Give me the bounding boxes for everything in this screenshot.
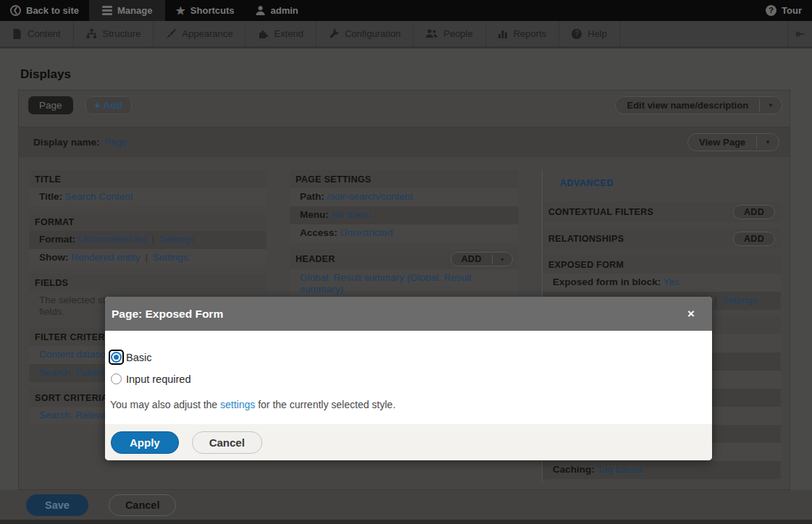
row-label: Caching: (553, 464, 595, 475)
form-actions-bar: Save Cancel (0, 490, 812, 520)
apply-button[interactable]: Apply (111, 431, 179, 454)
menu-label-content: Content (28, 28, 61, 39)
radio-option-input-required[interactable]: Input required (109, 371, 705, 386)
menu-label-configuration: Configuration (345, 28, 401, 39)
menu-item-reports[interactable]: Reports (486, 21, 560, 46)
back-to-site-label: Back to site (26, 5, 79, 16)
section-title-text: CONTEXTUAL FILTERS (548, 207, 653, 217)
section-page-settings: PAGE SETTINGS Path: /solr-search/content… (290, 170, 519, 242)
section-header-contextual-filters: CONTEXTUAL FILTERS Add (543, 202, 781, 222)
result-summary-link[interactable]: Global: Result summary (Global: Result s… (300, 272, 472, 295)
tour-button[interactable]: ? Tour (756, 0, 812, 21)
section-format: FORMAT Format: Unformatted list|Settings… (29, 213, 267, 267)
close-icon[interactable]: × (687, 308, 695, 320)
row-label: Show: (39, 252, 69, 263)
menu-item-content[interactable]: Content (0, 21, 74, 46)
title-link[interactable]: Search Content (65, 191, 133, 202)
note-text-after: for the currently selected style. (255, 399, 395, 410)
menu-item-configuration[interactable]: Configuration (317, 21, 414, 46)
radio-basic[interactable] (111, 352, 122, 363)
advanced-toggle[interactable]: Advanced (543, 170, 781, 195)
dialog-buttonpane: Apply Cancel (105, 424, 712, 460)
exposed-form-in-block-link[interactable]: Yes (664, 276, 679, 287)
sitemap-icon (86, 29, 97, 39)
add-display-button[interactable]: +Add (85, 96, 132, 114)
show-link[interactable]: Rendered entity (71, 252, 140, 263)
wrench-icon (329, 29, 339, 39)
section-title-text: TITLE (35, 174, 61, 185)
section-title-text: EXPOSED FORM (548, 260, 624, 270)
section-header-title: TITLE (29, 170, 267, 188)
content-file-icon (12, 29, 22, 39)
show-settings-link[interactable]: Settings (153, 252, 188, 263)
header-result-summary-row: Global: Result summary (Global: Result s… (290, 269, 519, 299)
radio-focus-ring (109, 350, 124, 365)
display-name-row: Display name: Page View Page ▼ (19, 127, 790, 157)
exposed-form-settings-link[interactable]: Settings (722, 295, 758, 305)
dialog-titlebar[interactable]: Page: Exposed Form × (105, 297, 712, 331)
toolbar-tab-admin-user[interactable]: admin (245, 0, 309, 21)
title-row: Title: Search Content (29, 188, 267, 206)
section-header-header: HEADER Add ▼ (290, 249, 519, 269)
toolbar-tab-manage[interactable]: Manage (89, 0, 165, 21)
paintbrush-icon (166, 29, 176, 39)
add-display-label: Add (103, 100, 122, 111)
path-link[interactable]: /solr-search/content (327, 191, 414, 202)
menu-item-extend[interactable]: Extend (246, 21, 316, 46)
menu-link[interactable]: No menu (332, 209, 372, 220)
plus-icon: + (95, 100, 101, 111)
access-row: Access: Unrestricted (290, 224, 519, 242)
section-title-text: SORT CRITERIA (35, 393, 108, 403)
menu-item-structure[interactable]: Structure (74, 21, 154, 46)
admin-toolbar: ❮ Back to site Manage ★ Shortcuts admin … (0, 0, 812, 21)
caching-link[interactable]: Tag based (597, 464, 642, 475)
menu-label-people: People (443, 28, 472, 39)
chevron-down-icon[interactable]: ▼ (492, 255, 512, 264)
radio-input-required[interactable] (111, 373, 122, 384)
bottom-strip (0, 520, 812, 524)
cancel-button[interactable]: Cancel (109, 494, 177, 516)
edit-view-name-button[interactable]: Edit view name/description ▼ (615, 96, 782, 114)
radio-input-required-label: Input required (126, 373, 191, 385)
chevron-down-icon[interactable]: ▼ (756, 136, 779, 148)
section-title-text: FILTER CRITERIA (35, 332, 114, 342)
menu-item-appearance[interactable]: Appearance (154, 21, 246, 46)
menu-label-help: Help (587, 28, 607, 39)
menu-item-people[interactable]: People (414, 21, 485, 46)
format-link[interactable]: Unformatted list (78, 234, 147, 245)
dialog-cancel-button[interactable]: Cancel (192, 431, 262, 454)
menu-label-structure: Structure (103, 28, 141, 39)
menu-label-appearance: Appearance (182, 28, 233, 39)
tour-label: Tour (782, 5, 802, 16)
access-link[interactable]: Unrestricted (340, 227, 393, 238)
relationships-add-button[interactable]: Add (733, 232, 775, 246)
menu-item-help[interactable]: ? Help (559, 21, 620, 46)
header-add-button[interactable]: Add ▼ (451, 252, 513, 266)
shortcuts-label: Shortcuts (191, 5, 235, 16)
format-settings-link[interactable]: Settings (159, 234, 195, 245)
section-header-page-settings: PAGE SETTINGS (290, 170, 519, 188)
contextual-filters-add-button[interactable]: Add (733, 205, 775, 219)
exposed-form-in-block-row: Exposed form in block: Yes (543, 274, 781, 292)
display-name-link[interactable]: Page (104, 137, 127, 148)
display-tab-page[interactable]: Page (28, 96, 73, 114)
view-page-button[interactable]: View Page ▼ (687, 133, 779, 151)
section-title-text: FIELDS (35, 278, 68, 288)
style-settings-note: You may also adjust the settings for the… (109, 399, 705, 410)
save-button[interactable]: Save (26, 494, 88, 516)
chevron-down-icon[interactable]: ▼ (759, 99, 782, 111)
section-header-relationships: RELATIONSHIPS Add (543, 229, 781, 249)
back-to-site-button[interactable]: ❮ Back to site (0, 0, 89, 21)
tour-question-icon: ? (766, 5, 777, 16)
exposed-form-dialog: Page: Exposed Form × Basic Input require… (105, 297, 712, 460)
section-title-text: PAGE SETTINGS (296, 174, 371, 185)
toolbar-tab-shortcuts[interactable]: ★ Shortcuts (165, 0, 244, 21)
section-title-text: RELATIONSHIPS (548, 234, 624, 244)
radio-ring (109, 371, 124, 386)
radio-option-basic[interactable]: Basic (109, 350, 705, 365)
display-tabs-row: Page +Add Edit view name/description ▼ (19, 90, 790, 119)
menu-label-reports: Reports (514, 28, 547, 39)
toolbar-orientation-toggle[interactable]: ⇤ (787, 21, 812, 46)
settings-link[interactable]: settings (220, 399, 255, 410)
user-icon (255, 5, 266, 16)
